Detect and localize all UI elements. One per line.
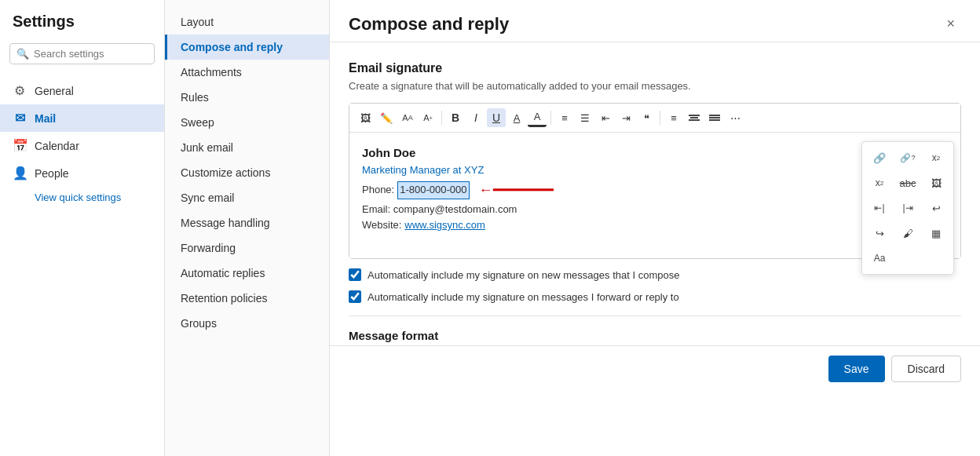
nav-groups[interactable]: Groups xyxy=(165,311,329,336)
format-paint-button[interactable]: ✏️ xyxy=(376,108,397,127)
align-center-button[interactable] xyxy=(685,108,704,127)
nav-label: Automatic replies xyxy=(181,267,265,279)
float-image-button[interactable]: 🖼 xyxy=(923,172,949,194)
auto-signature-reply-checkbox[interactable] xyxy=(349,290,361,303)
sidebar-item-label: General xyxy=(35,85,74,97)
signature-name: John Doe xyxy=(362,144,948,162)
nav-label: Customize actions xyxy=(181,166,270,179)
nav-sync[interactable]: Sync email xyxy=(165,185,329,210)
float-brush-button[interactable]: 🖌 xyxy=(895,222,920,244)
sig-email-text: Email: company@testdomain.com xyxy=(362,202,517,218)
nav-label: Forwarding xyxy=(181,242,236,254)
nav-retention[interactable]: Retention policies xyxy=(165,286,329,311)
more-button[interactable]: ⋯ xyxy=(726,108,744,127)
sidebar-item-mail[interactable]: ✉ Mail xyxy=(0,104,164,132)
insert-image-button[interactable]: 🖼 xyxy=(356,108,375,127)
underline-button[interactable]: U xyxy=(487,108,506,127)
nav-label: Groups xyxy=(181,317,217,330)
phone-label: Phone: xyxy=(362,182,394,199)
main-body: Email signature Create a signature that … xyxy=(330,42,980,345)
sidebar-item-general[interactable]: ⚙ General xyxy=(0,77,164,104)
separator xyxy=(550,111,551,125)
nav-attachments[interactable]: Attachments xyxy=(165,60,329,85)
signature-website: Website: www.sigsync.com xyxy=(362,217,948,234)
auto-signature-reply-label: Automatically include my signature on me… xyxy=(368,291,679,303)
signature-title: Marketing Manager at XYZ xyxy=(362,162,948,179)
section-desc: Create a signature that will be automati… xyxy=(349,80,961,92)
float-font-button[interactable]: Aa xyxy=(867,247,892,269)
footer: Save Discard xyxy=(330,345,980,392)
nav-label: Sync email xyxy=(181,192,234,204)
float-undo-button[interactable]: ↩ xyxy=(923,197,949,219)
nav-rules[interactable]: Rules xyxy=(165,85,329,110)
justify-button[interactable] xyxy=(705,108,724,127)
float-unlink-button[interactable]: 🔗? xyxy=(895,147,920,169)
section-title: Email signature xyxy=(349,61,961,75)
quote-button[interactable]: ❝ xyxy=(637,108,656,127)
separator xyxy=(660,111,660,125)
close-button[interactable]: × xyxy=(940,13,961,35)
mail-icon: ✉ xyxy=(13,111,27,126)
nav-sweep[interactable]: Sweep xyxy=(165,110,329,135)
search-input[interactable] xyxy=(34,48,148,60)
discard-button[interactable]: Discard xyxy=(891,356,961,382)
auto-signature-compose-checkbox[interactable] xyxy=(349,268,361,281)
float-link-button[interactable]: 🔗 xyxy=(867,147,892,169)
save-button[interactable]: Save xyxy=(828,356,885,382)
main-header: Compose and reply × xyxy=(330,0,980,42)
search-icon: 🔍 xyxy=(16,48,29,60)
gear-icon: ⚙ xyxy=(13,83,27,98)
increase-indent-button[interactable]: ⇥ xyxy=(616,108,635,127)
separator xyxy=(441,111,442,125)
website-url[interactable]: www.sigsync.com xyxy=(404,217,485,234)
nav-auto-replies[interactable]: Automatic replies xyxy=(165,261,329,286)
font-size-button[interactable]: AA xyxy=(398,108,417,127)
highlight-button[interactable]: A xyxy=(507,108,526,127)
align-left-button[interactable]: ≡ xyxy=(555,108,574,127)
float-strikethrough-button[interactable]: abc xyxy=(895,172,920,194)
font-size-up-button[interactable]: A+ xyxy=(419,108,437,127)
sidebar-item-label: People xyxy=(35,167,69,180)
sig-title-text: Marketing Manager at XYZ xyxy=(362,164,484,176)
nav-label: Compose and reply xyxy=(181,41,283,53)
font-color-button[interactable]: A xyxy=(528,108,547,127)
website-label: Website: xyxy=(362,217,401,234)
nav-label: Retention policies xyxy=(181,292,268,305)
float-ltr-button[interactable]: |⇥ xyxy=(895,197,920,219)
sidebar-item-calendar[interactable]: 📅 Calendar xyxy=(0,132,164,159)
float-table-button[interactable]: ▦ xyxy=(923,222,949,244)
nav-label: Junk email xyxy=(181,141,233,154)
page-title: Compose and reply xyxy=(349,14,509,35)
ordered-list-button[interactable]: ☰ xyxy=(576,108,594,127)
signature-phone: Phone: 1-800-000-000 ←━━━━━━━ xyxy=(362,179,948,202)
nav-compose[interactable]: Compose and reply xyxy=(165,35,329,60)
sidebar-item-label: Mail xyxy=(35,112,56,125)
main-content: Compose and reply × Email signature Crea… xyxy=(330,0,980,456)
float-subscript-button[interactable]: x2 xyxy=(867,172,892,194)
float-superscript-button[interactable]: x2 xyxy=(923,147,949,169)
nav-label: Rules xyxy=(181,91,209,104)
nav-customize[interactable]: Customize actions xyxy=(165,160,329,185)
signature-editor[interactable]: 🖼 ✏️ AA A+ B I U A A ≡ ☰ ⇤ ⇥ ❝ ≡ xyxy=(349,103,961,259)
align-left2-button[interactable]: ≡ xyxy=(664,108,683,127)
decrease-indent-button[interactable]: ⇤ xyxy=(596,108,615,127)
checkbox-row-2: Automatically include my signature on me… xyxy=(349,290,961,303)
editor-toolbar: 🖼 ✏️ AA A+ B I U A A ≡ ☰ ⇤ ⇥ ❝ ≡ xyxy=(349,104,960,133)
nav-layout[interactable]: Layout xyxy=(165,9,329,35)
nav-label: Message handling xyxy=(181,217,270,229)
nav-message-handling[interactable]: Message handling xyxy=(165,210,329,235)
search-box[interactable]: 🔍 xyxy=(9,43,155,64)
sidebar-item-people[interactable]: 👤 People xyxy=(0,159,164,187)
message-format-title: Message format xyxy=(349,316,961,345)
italic-button[interactable]: I xyxy=(466,108,485,127)
bold-button[interactable]: B xyxy=(446,108,465,127)
float-redo-button[interactable]: ↪ xyxy=(867,222,892,244)
view-quick-settings-link[interactable]: View quick settings xyxy=(0,187,164,208)
float-rtl-button[interactable]: ⇤| xyxy=(867,197,892,219)
nav-junk[interactable]: Junk email xyxy=(165,135,329,160)
auto-signature-compose-label: Automatically include my signature on ne… xyxy=(368,269,679,281)
nav-forwarding[interactable]: Forwarding xyxy=(165,235,329,261)
middle-nav: Layout Compose and reply Attachments Rul… xyxy=(165,0,330,456)
sidebar-item-label: Calendar xyxy=(35,140,79,152)
app-title: Settings xyxy=(0,13,164,43)
